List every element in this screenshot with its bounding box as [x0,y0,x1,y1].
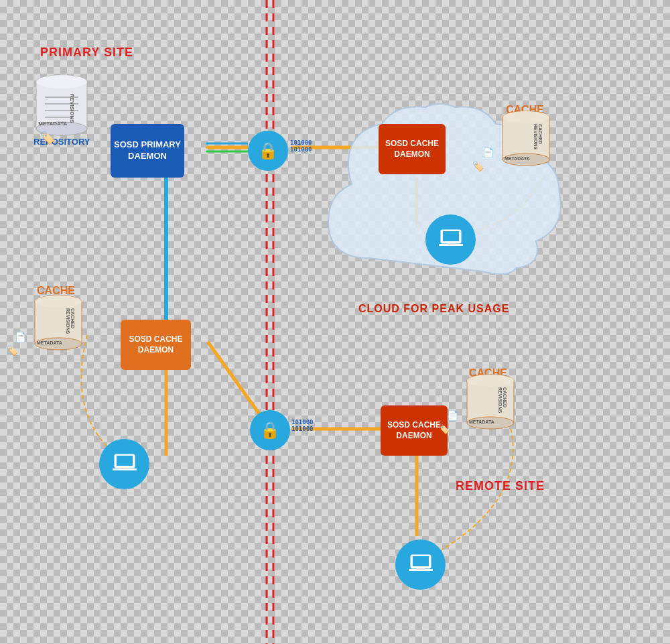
svg-rect-35 [117,456,133,466]
remote-workstation-circle [395,539,446,590]
cache-cylinder-cloud: CACHEDREVISIONS METADATA [501,111,551,170]
sosd-primary-daemon-box: SOSD PRIMARY DAEMON [111,124,184,178]
svg-rect-47 [417,568,425,570]
svg-rect-38 [121,468,129,469]
metadata-label-repo: METADATA [38,121,67,127]
binary-data-left: 101000101000 [290,139,312,153]
svg-rect-37 [119,470,130,472]
sosd-cache-daemon-cloud-box: SOSD CACHE DAEMON [379,124,446,174]
doc-icon-left-cache: 📄 [15,332,26,342]
sosd-cache-daemon-remote-box: SOSD CACHE DAEMON [381,405,448,456]
svg-rect-28 [446,246,456,248]
svg-rect-46 [415,571,426,573]
svg-rect-29 [447,243,455,245]
doc-icon-cloud-cache: 📄 [482,147,494,158]
revisions-label: REVISIONS [69,94,75,123]
tag-icon-remote-cache: 🏷️ [438,424,450,434]
cache-cylinder-left: CACHEDREVISIONS METADATA [34,295,84,355]
svg-point-24 [503,111,549,123]
sosd-cache-daemon-left-box: SOSD CACHE DAEMON [121,320,191,370]
binary-data-bottom: 101000101000 [291,419,314,432]
remote-site-label: REMOTE SITE [456,479,545,493]
svg-point-33 [35,296,82,308]
cache-cylinder-remote: CACHEDREVISIONS METADATA [466,374,516,434]
svg-point-16 [36,75,87,88]
primary-site-label: PRIMARY SITE [40,46,133,60]
tag-icon-left-cache: 🏷️ [7,345,18,356]
cloud-workstation-circle [425,214,476,265]
svg-point-42 [467,375,514,387]
lock-circle-bottom: 🔒 [250,410,290,450]
svg-rect-44 [413,556,429,566]
cloud-label: CLOUD FOR PEAK USAGE [358,303,509,315]
local-workstation-circle [99,439,149,489]
doc-icon-remote-cache: 📄 [447,410,458,421]
architecture-diagram: PRIMARY SITE REVISIONS METADATA REPOSITO… [0,0,670,644]
tag-icon-cloud-cache: 🏷️ [472,161,484,172]
tag-icon-repo: 🏷️ [40,131,55,145]
svg-rect-26 [443,231,459,241]
lock-circle-left: 🔒 [248,131,288,171]
